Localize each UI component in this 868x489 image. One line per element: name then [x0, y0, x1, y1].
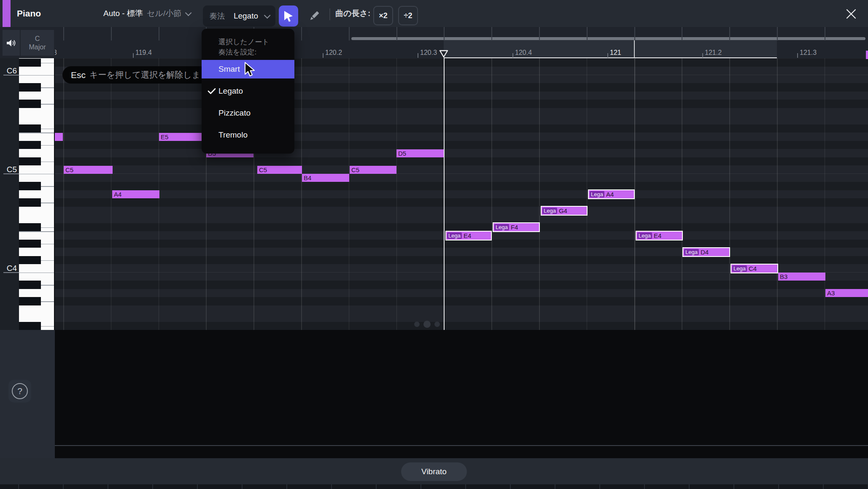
track-title: Piano — [17, 0, 41, 27]
grid-row — [55, 149, 868, 157]
pencil-tool-button[interactable] — [305, 5, 324, 27]
footer-bar: Vibrato — [0, 458, 868, 484]
note-a3[interactable]: A3 — [825, 289, 868, 297]
ruler-label: 121.3 — [800, 49, 817, 57]
black-key[interactable] — [19, 198, 41, 207]
note-d5[interactable]: D5 — [396, 149, 444, 157]
playhead-line — [444, 58, 445, 330]
length-multiply-button[interactable]: ×2 — [373, 6, 393, 25]
octave-divider — [3, 272, 19, 273]
menu-header: 選択したノート 奏法を設定: — [202, 37, 294, 60]
black-key[interactable] — [19, 256, 41, 265]
white-key-divider — [41, 285, 54, 286]
note-b4[interactable]: B4 — [302, 174, 349, 182]
black-key[interactable] — [19, 59, 41, 67]
horizontal-scrollbar[interactable] — [351, 37, 865, 40]
ruler-bar-line — [634, 40, 635, 58]
grid-row — [55, 248, 868, 256]
key-signature-root: C — [35, 35, 40, 43]
octave-divider — [3, 75, 19, 76]
articulation-dropdown[interactable]: 奏法 Legato — [203, 5, 275, 27]
menu-item-label: Legato — [218, 86, 243, 96]
black-key[interactable] — [19, 322, 41, 330]
playhead-handle[interactable] — [439, 50, 448, 58]
articulation-value: Legato — [234, 11, 258, 21]
black-key[interactable] — [19, 157, 41, 166]
white-key-divider — [19, 75, 54, 76]
grid-row — [55, 240, 868, 248]
white-key-divider — [41, 145, 54, 146]
black-key[interactable] — [19, 297, 41, 305]
octave-divider — [3, 173, 19, 174]
note-c4[interactable]: LegaC4 — [731, 264, 778, 273]
black-key[interactable] — [19, 100, 41, 108]
grid-row — [55, 124, 868, 133]
note-grid[interactable]: Esc キーを押して選択を解除しま C5A4E5D5C5B4C5D5LegaE4… — [55, 58, 868, 330]
articulation-badge: Lega — [447, 232, 462, 239]
note-label: D4 — [701, 248, 709, 256]
note-a4[interactable]: A4 — [112, 190, 159, 198]
help-button[interactable]: ? — [8, 380, 31, 403]
bottom-strip-tick — [421, 484, 421, 489]
bottom-strip-tick — [286, 484, 287, 489]
note-b3[interactable]: B3 — [778, 273, 825, 281]
menu-item-legato[interactable]: Legato — [202, 82, 294, 100]
quantize-dropdown[interactable]: Auto - 標準 セル/小節 — [103, 0, 190, 27]
black-key[interactable] — [19, 83, 41, 92]
ruler-grid-line — [396, 27, 397, 41]
pointer-icon — [283, 10, 294, 22]
black-key[interactable] — [19, 141, 41, 149]
close-button[interactable] — [844, 7, 858, 21]
ruler-grid-line — [539, 27, 540, 41]
note-e4[interactable]: LegaE4 — [445, 231, 492, 240]
note-c5[interactable]: C5 — [64, 166, 113, 174]
key-signature[interactable]: C Major — [21, 30, 54, 56]
ruler-tick — [133, 53, 134, 58]
articulation-badge: Lega — [494, 224, 509, 230]
timeline-ruler[interactable]: 119.3119.4120120.2120.3120.4121121.2121.… — [0, 27, 868, 58]
note-e4[interactable]: LegaE4 — [636, 231, 683, 240]
note-g4[interactable]: LegaG4 — [541, 206, 588, 216]
white-key-divider — [41, 227, 54, 228]
ruler-label: 121 — [610, 49, 621, 57]
grid-row — [55, 207, 868, 215]
black-key[interactable] — [19, 223, 41, 232]
preview-sound-button[interactable] — [3, 30, 20, 56]
automation-lane[interactable] — [55, 330, 868, 458]
piano-keyboard[interactable]: C6C5C4 — [0, 58, 55, 330]
chevron-down-icon — [264, 12, 271, 19]
bottom-strip-tick — [555, 484, 555, 489]
note-e5[interactable] — [55, 133, 63, 141]
white-keys[interactable] — [19, 58, 54, 330]
song-length-label: 曲の長さ: — [335, 0, 370, 27]
bottom-strip-tick — [510, 484, 511, 489]
bottom-strip-tick — [689, 484, 690, 489]
black-key[interactable] — [19, 182, 41, 190]
black-key[interactable] — [19, 124, 41, 133]
grid-beat-line — [539, 58, 540, 330]
length-divide-button[interactable]: ÷2 — [398, 6, 418, 25]
pointer-tool-button[interactable] — [279, 5, 298, 27]
note-d4[interactable]: LegaD4 — [682, 247, 730, 257]
grid-row — [55, 256, 868, 265]
articulation-badge: Lega — [684, 249, 699, 255]
menu-item-pizzicato[interactable]: Pizzicato — [202, 104, 294, 122]
page-dot — [423, 321, 431, 328]
bottom-strip-tick — [733, 484, 734, 489]
note-c5[interactable]: C5 — [257, 166, 302, 174]
note-label: G4 — [559, 207, 567, 215]
bottom-strip-tick — [331, 484, 332, 489]
note-e5[interactable]: E5 — [159, 133, 205, 141]
black-key[interactable] — [19, 281, 41, 289]
esc-tooltip-text: キーを押して選択を解除しま — [89, 69, 200, 81]
grid-row — [55, 141, 868, 149]
black-key[interactable] — [19, 240, 41, 248]
vibrato-button[interactable]: Vibrato — [401, 462, 467, 481]
note-a4[interactable]: LegaA4 — [588, 189, 635, 199]
note-c5[interactable]: C5 — [350, 166, 396, 174]
menu-item-tremolo[interactable]: Tremolo — [202, 126, 294, 144]
note-f4[interactable]: LegaF4 — [493, 222, 540, 232]
white-key-divider — [41, 87, 54, 88]
ruler-tick — [512, 53, 513, 58]
keyboard-border — [54, 58, 55, 330]
